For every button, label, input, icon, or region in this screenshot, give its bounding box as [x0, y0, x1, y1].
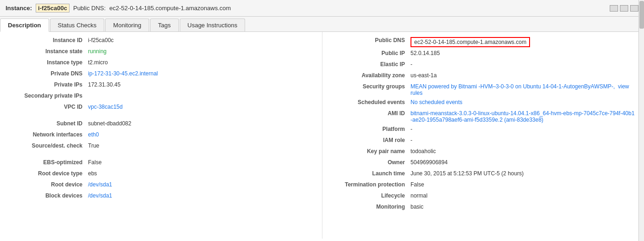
- row-vpc-id: VPC ID vpc-38cac15d: [9, 102, 313, 113]
- view-rules-link[interactable]: view rules: [410, 83, 629, 96]
- row-platform: Platform -: [332, 124, 635, 136]
- value-ebs-optimized: False: [88, 159, 313, 166]
- content-area: Instance ID i-f25ca00c Instance state ru…: [0, 32, 644, 239]
- label-lifecycle: Lifecycle: [332, 192, 410, 199]
- public-dns-highlight-box: ec2-52-0-14-185.compute-1.amazonaws.com: [410, 37, 530, 47]
- row-private-dns: Private DNS ip-172-31-30-45.ec2.internal: [9, 69, 313, 80]
- scrollbar[interactable]: [638, 0, 644, 241]
- label-public-ip: Public IP: [332, 50, 410, 56]
- row-monitoring: Monitoring basic: [332, 202, 635, 213]
- value-network-interfaces[interactable]: eth0: [88, 131, 313, 138]
- label-ebs-optimized: EBS-optimized: [9, 159, 88, 166]
- tab-usage-instructions[interactable]: Usage Instructions: [180, 19, 246, 31]
- value-instance-type: t2.micro: [88, 59, 313, 66]
- instance-id-badge: i-f25ca00c: [36, 4, 69, 12]
- row-source-dest-check: Source/dest. check True: [9, 141, 313, 152]
- row-lifecycle: Lifecycle normal: [332, 191, 635, 202]
- row-availability-zone: Availability zone us-east-1a: [332, 71, 635, 82]
- row-ami-id: AMI ID bitnami-meanstack-3.0.3-0-linux-u…: [332, 109, 635, 124]
- value-key-pair-name: todoaholic: [410, 148, 635, 154]
- topbar-public-dns-value: ec2-52-0-14-185.compute-1.amazonaws.com: [109, 5, 231, 12]
- row-root-device-type: Root device type ebs: [9, 169, 313, 180]
- label-ami-id: AMI ID: [332, 110, 410, 117]
- row-secondary-private-ips: Secondary private IPs: [9, 91, 313, 102]
- instance-label: Instance:: [6, 5, 32, 12]
- value-public-dns: ec2-52-0-14-185.compute-1.amazonaws.com: [410, 37, 635, 47]
- label-block-devices: Block devices: [9, 192, 88, 199]
- row-public-ip: Public IP 52.0.14.185: [332, 49, 635, 60]
- row-ebs-optimized: EBS-optimized False: [9, 158, 313, 169]
- value-vpc-id[interactable]: vpc-38cac15d: [88, 104, 313, 110]
- label-launch-time: Launch time: [332, 170, 410, 177]
- value-instance-state: running: [88, 48, 313, 55]
- label-secondary-private-ips: Secondary private IPs: [9, 93, 88, 99]
- right-column: Public DNS ec2-52-0-14-185.compute-1.ama…: [322, 32, 644, 239]
- row-instance-state: Instance state running: [9, 47, 313, 58]
- label-key-pair-name: Key pair name: [332, 148, 410, 154]
- row-termination-protection: Termination protection False: [332, 180, 635, 191]
- spacer-1: [9, 113, 313, 119]
- window-icon-2[interactable]: [620, 5, 628, 12]
- tab-monitoring[interactable]: Monitoring: [105, 19, 149, 31]
- label-iam-role: IAM role: [332, 137, 410, 143]
- value-instance-id: i-f25ca00c: [88, 37, 313, 43]
- value-block-devices[interactable]: /dev/sda1: [88, 192, 313, 199]
- tab-description[interactable]: Description: [0, 19, 49, 32]
- topbar-public-dns-label: Public DNS:: [73, 5, 106, 12]
- value-root-device[interactable]: /dev/sda1: [88, 181, 313, 188]
- left-column: Instance ID i-f25ca00c Instance state ru…: [0, 32, 322, 239]
- row-owner: Owner 504969906894: [332, 158, 635, 169]
- row-public-dns: Public DNS ec2-52-0-14-185.compute-1.ama…: [332, 36, 635, 49]
- value-iam-role: -: [410, 137, 635, 143]
- label-root-device-type: Root device type: [9, 170, 88, 177]
- row-network-interfaces: Network interfaces eth0: [9, 130, 313, 141]
- scrollbar-thumb[interactable]: [639, 1, 644, 29]
- value-platform: -: [410, 126, 635, 132]
- spacer-2: [9, 152, 313, 158]
- row-scheduled-events: Scheduled events No scheduled events: [332, 98, 635, 109]
- row-iam-role: IAM role -: [332, 136, 635, 147]
- label-subnet-id: Subnet ID: [9, 120, 88, 127]
- top-bar-controls: [610, 5, 638, 12]
- value-root-device-type: ebs: [88, 170, 313, 177]
- value-elastic-ip: -: [410, 61, 635, 68]
- row-root-device: Root device /dev/sda1: [9, 180, 313, 191]
- label-elastic-ip: Elastic IP: [332, 61, 410, 68]
- row-private-ips: Private IPs 172.31.30.45: [9, 80, 313, 91]
- label-owner: Owner: [332, 159, 410, 166]
- row-instance-id: Instance ID i-f25ca00c: [9, 36, 313, 47]
- window-icon-1[interactable]: [610, 5, 618, 12]
- value-ami-id[interactable]: bitnami-meanstack-3.0.3-0-linux-ubuntu-1…: [410, 110, 635, 123]
- tab-status-checks[interactable]: Status Checks: [50, 19, 105, 31]
- top-bar-left: Instance: i-f25ca00c Public DNS: ec2-52-…: [6, 4, 231, 12]
- value-source-dest-check: True: [88, 142, 313, 149]
- label-public-dns: Public DNS: [332, 37, 410, 43]
- label-instance-id: Instance ID: [9, 37, 88, 43]
- label-vpc-id: VPC ID: [9, 104, 88, 110]
- label-network-interfaces: Network interfaces: [9, 131, 88, 138]
- label-source-dest-check: Source/dest. check: [9, 142, 88, 149]
- row-instance-type: Instance type t2.micro: [9, 58, 313, 69]
- label-monitoring: Monitoring: [332, 204, 410, 210]
- main-wrapper: Instance: i-f25ca00c Public DNS: ec2-52-…: [0, 0, 644, 241]
- label-instance-state: Instance state: [9, 48, 88, 55]
- top-bar: Instance: i-f25ca00c Public DNS: ec2-52-…: [0, 0, 644, 17]
- label-private-ips: Private IPs: [9, 81, 88, 88]
- row-launch-time: Launch time June 30, 2015 at 5:12:53 PM …: [332, 169, 635, 180]
- label-availability-zone: Availability zone: [332, 72, 410, 79]
- label-security-groups: Security groups: [332, 83, 410, 90]
- label-termination-protection: Termination protection: [332, 181, 410, 188]
- value-monitoring: basic: [410, 204, 635, 210]
- row-subnet-id: Subnet ID subnet-dbadd082: [9, 119, 313, 130]
- label-root-device: Root device: [9, 181, 88, 188]
- value-security-groups[interactable]: MEAN powered by Bitnami -HVM–3-0-3-0 on …: [410, 83, 635, 96]
- tabs-bar: Description Status Checks Monitoring Tag…: [0, 17, 644, 32]
- value-launch-time: June 30, 2015 at 5:12:53 PM UTC-5 (2 hou…: [410, 170, 635, 177]
- tab-tags[interactable]: Tags: [150, 19, 178, 31]
- row-security-groups: Security groups MEAN powered by Bitnami …: [332, 82, 635, 98]
- value-private-dns[interactable]: ip-172-31-30-45.ec2.internal: [88, 70, 313, 77]
- value-availability-zone: us-east-1a: [410, 72, 635, 79]
- value-owner: 504969906894: [410, 159, 635, 166]
- value-scheduled-events[interactable]: No scheduled events: [410, 99, 635, 105]
- window-icon-3[interactable]: [630, 5, 638, 12]
